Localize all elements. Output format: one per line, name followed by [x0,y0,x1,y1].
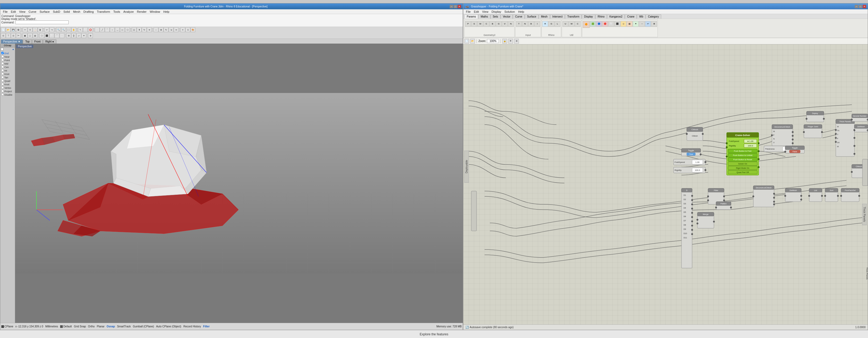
gh-new-btn[interactable]: 📄 [464,39,469,43]
input-icon-4[interactable]: I [534,21,540,27]
top-tb[interactable]: ⊤ [6,33,11,38]
perspective-tb[interactable]: ⊡ [1,33,6,38]
rotate-button[interactable]: ↻ [164,27,168,32]
zoom-extent-button[interactable]: ⛶ [66,27,71,32]
tab-top[interactable]: Top [23,39,32,43]
tab-front[interactable]: Front [32,39,43,43]
gh-tab-rhino[interactable]: Rhino [595,14,607,19]
gh-maximize[interactable]: □ [859,5,862,8]
extra-icon-3[interactable]: 🔵 [596,21,602,27]
param-icon-7[interactable]: V [502,21,508,27]
osnap-cen[interactable]: Cen [1,65,14,69]
gh-menu-help[interactable]: Help [517,10,526,13]
util-icon-1[interactable]: U [562,21,568,27]
properties-button[interactable]: ℹ [185,27,190,32]
gh-menu-solution[interactable]: Solution [503,10,517,13]
osnap-disable[interactable]: Disable [1,93,14,97]
viewport-3d[interactable]: Perspective [15,43,463,323]
menu-mesh[interactable]: Mesh [71,10,82,13]
osnap-mid[interactable]: Mid [1,62,14,65]
input-icon-2[interactable]: N [522,21,528,27]
param-icon-5[interactable]: B [490,21,495,27]
line-button[interactable]: ╱ [100,27,104,32]
undo-button[interactable]: ↩ [44,27,49,32]
gh-menu-edit[interactable]: Edit [472,10,480,13]
gh-tab-surface[interactable]: Surface [525,14,538,19]
gh-tab-curve[interactable]: Curve [513,14,525,19]
util-icon-3[interactable]: C [575,21,581,27]
gh-tab-crane[interactable]: Crane [625,14,637,19]
planar-btn[interactable]: Planar [97,325,104,328]
shade-btn[interactable]: ▣ [23,33,27,38]
gh-tab-vector[interactable]: Vector [500,14,513,19]
extra-icon-2[interactable]: 🟩 [590,21,596,27]
gh-menu-display[interactable]: Display [490,10,503,13]
copy-obj-button[interactable]: ⊞ [159,27,163,32]
param-icon-8[interactable]: N [508,21,514,27]
gh-open-btn[interactable]: 📂 [470,39,475,43]
param-icon-1[interactable]: P [465,21,471,27]
gh-close[interactable]: ✕ [863,5,866,8]
gh-settings-btn[interactable]: ⚙ [514,39,519,43]
gh-tab-kangaroo[interactable]: Kangaroo2 [607,14,625,19]
grid-snap-btn[interactable]: Grid Snap [74,325,86,328]
mesh-tb[interactable]: ⬡ [39,33,44,38]
menu-window[interactable]: Window [148,10,162,13]
save-file-button[interactable]: 💾 [11,27,16,32]
cut-button[interactable]: ✂ [23,27,27,32]
osnap-project-check[interactable] [1,90,4,92]
snap-smart[interactable]: ✦ [82,33,86,38]
scale-button[interactable]: ⇲ [169,27,174,32]
move-button[interactable]: ↕ [154,27,158,32]
gh-menu-view[interactable]: View [480,10,490,13]
extra-icon-8[interactable]: ▧ [627,21,632,27]
layer-button[interactable]: ≡ [180,27,185,32]
surface-from-edges[interactable]: ◫ [132,27,136,32]
snap-ortho[interactable]: ╬ [71,33,76,38]
save-incremental-button[interactable]: 🖫 [16,27,21,32]
gh-tab-mesh[interactable]: Mesh [538,14,550,19]
paste-button[interactable]: 📋 [33,27,37,32]
polygon-button[interactable]: ⬡ [125,27,130,32]
window-select-button[interactable]: ⬜ [83,27,88,32]
pan-button[interactable]: ✋ [71,27,76,32]
gh-tab-wb[interactable]: Wb [637,14,646,19]
gumball-tb[interactable]: ⊕ [88,33,93,38]
menu-transform[interactable]: Transform [95,10,112,13]
param-icon-6[interactable]: G [496,21,502,27]
extra-icon-1[interactable]: 🟠 [583,21,590,28]
osnap-vertex-check[interactable] [1,87,4,89]
revolve-button[interactable]: ↻ [142,27,147,32]
render-prev-btn[interactable]: ▤ [33,33,37,38]
util-icon-2[interactable]: W [569,21,575,27]
tab-perspective[interactable]: Perspective ▼ [1,39,23,43]
gh-tab-display[interactable]: Display [582,14,595,19]
polyline-button[interactable]: ⌒ [105,27,110,32]
curve-tb[interactable]: ⌒ [55,33,59,38]
command-input[interactable] [16,21,69,24]
gh-tab-intersect[interactable]: Intersect [550,14,565,19]
extra-icon-9[interactable]: ✦ [633,21,639,27]
auto-cplane-btn[interactable]: Auto CPlane (Object) [156,325,182,328]
gh-tab-sets[interactable]: Sets [490,14,500,19]
copy-button[interactable]: ⎘ [28,27,32,32]
osnap-end-check[interactable] [1,52,4,54]
menu-curve[interactable]: Curve [27,10,38,13]
rhino-icon-1[interactable]: R [542,21,548,27]
menu-surface[interactable]: Surface [38,10,51,13]
lasso-select-button[interactable]: ⭕ [88,27,93,32]
snap-planar[interactable]: ▱ [76,33,81,38]
osnap-knot2-check[interactable] [1,83,4,85]
smarttrack-btn[interactable]: SmartTrack [117,325,131,328]
record-history-btn[interactable]: Record History [183,325,201,328]
menu-view[interactable]: View [18,10,27,13]
rhino-icon-2[interactable]: G [549,21,554,27]
zoom-level[interactable]: 100% [487,39,499,43]
right-tb[interactable]: ⊢ [16,33,21,38]
zoom-out-button[interactable]: 🔍 [61,27,66,32]
extra-icon-12[interactable]: ⊕ [651,21,657,27]
osnap-near[interactable]: Near [1,55,14,59]
menu-subd[interactable]: SubD [51,10,62,13]
osnap-vertex[interactable]: Vertex [1,86,14,90]
render-button[interactable]: 🎨 [190,27,195,32]
